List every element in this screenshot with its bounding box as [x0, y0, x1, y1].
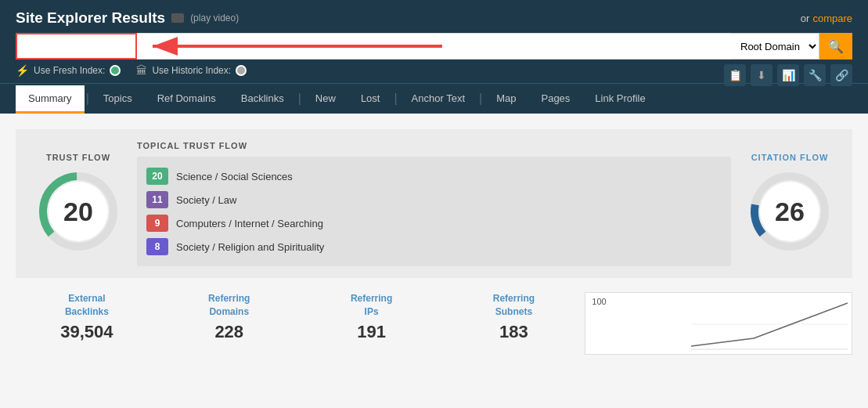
citation-flow-label: CITATION FLOW [743, 153, 837, 162]
tab-summary[interactable]: Summary [16, 85, 85, 114]
topic-badge-2: 11 [146, 191, 168, 208]
topical-trust-flow-section: TOPICAL TRUST FLOW 20 Science / Social S… [137, 141, 731, 266]
list-item: 11 Society / Law [146, 188, 722, 211]
stat-value-domains: 228 [166, 322, 293, 342]
topic-badge-4: 8 [146, 238, 168, 255]
page-title: Site Explorer Results [16, 9, 165, 27]
trust-flow-gauge: 20 [35, 168, 121, 255]
tab-link-profile[interactable]: Link Profile [582, 85, 657, 114]
search-icon: 🔍 [828, 39, 844, 54]
tab-anchor-text[interactable]: Anchor Text [399, 85, 477, 114]
fresh-index-icon: ⚡ [16, 64, 29, 77]
tab-pages[interactable]: Pages [528, 85, 582, 114]
trust-flow-section: TRUST FLOW 20 [31, 153, 125, 255]
citation-flow-gauge: 26 [747, 168, 833, 255]
stat-external-backlinks: ExternalBacklinks 39,504 [16, 292, 158, 342]
nav-bar: Summary | Topics Ref Domains Backlinks |… [0, 83, 868, 114]
topical-list: 20 Science / Social Sciences 11 Society … [137, 157, 731, 266]
topic-label-1: Science / Social Sciences [176, 171, 293, 182]
tool-clipboard-button[interactable]: 📋 [724, 64, 746, 86]
nav-sep-4: | [477, 84, 484, 114]
main-content: TRUST FLOW 20 TOPICAL TRUST FLOW 20 [0, 114, 868, 370]
stat-referring-subnets: ReferringSubnets 183 [442, 292, 585, 342]
nav-sep-2: | [297, 84, 303, 114]
stat-referring-domains: ReferringDomains 228 [158, 292, 301, 342]
tab-new[interactable]: New [303, 85, 348, 114]
stat-value-external: 39,504 [23, 322, 150, 342]
compare-link[interactable]: compare [812, 13, 852, 24]
search-button[interactable]: 🔍 [819, 33, 852, 60]
stats-row: ExternalBacklinks 39,504 ReferringDomain… [16, 292, 852, 355]
red-arrow-annotation [137, 33, 731, 60]
topic-label-4: Society / Religion and Spirituality [176, 241, 324, 253]
topic-label-2: Society / Law [176, 194, 236, 206]
stat-label-domains: ReferringDomains [166, 292, 293, 319]
mini-chart: 100 [585, 292, 852, 355]
nav-sep-3: | [392, 84, 398, 114]
stat-value-ips: 191 [308, 322, 435, 342]
stat-referring-ips: ReferringIPs 191 [301, 292, 443, 342]
domain-type-select[interactable]: Root Domain Subdomain Exact URL [731, 33, 819, 60]
tab-topics[interactable]: Topics [91, 85, 145, 114]
tab-lost[interactable]: Lost [348, 85, 393, 114]
citation-flow-section: CITATION FLOW 26 [743, 153, 837, 255]
tab-backlinks[interactable]: Backlinks [229, 85, 297, 114]
tool-share-button[interactable]: 🔗 [830, 64, 852, 86]
nav-sep-1: | [85, 84, 91, 114]
topical-trust-flow-label: TOPICAL TRUST FLOW [137, 141, 731, 150]
stat-label-external: ExternalBacklinks [23, 292, 150, 319]
stat-value-subnets: 183 [450, 322, 577, 342]
metrics-panel: TRUST FLOW 20 TOPICAL TRUST FLOW 20 [16, 129, 852, 278]
citation-flow-value: 26 [775, 197, 805, 227]
topic-badge-1: 20 [146, 168, 168, 185]
topic-label-3: Computers / Internet / Searching [176, 218, 323, 229]
list-item: 9 Computers / Internet / Searching [146, 211, 722, 235]
search-url-input[interactable] [16, 33, 137, 60]
list-item: 8 Society / Religion and Spirituality [146, 235, 722, 258]
red-arrow-icon [145, 35, 442, 57]
tab-ref-domains[interactable]: Ref Domains [145, 85, 229, 114]
tab-map[interactable]: Map [484, 85, 528, 114]
trust-flow-value: 20 [63, 197, 93, 227]
fresh-index-label: Use Fresh Index: [34, 65, 105, 76]
play-video-link[interactable]: (play video) [190, 13, 239, 23]
historic-index-radio[interactable] [236, 65, 247, 76]
or-text: or [801, 13, 810, 24]
historic-index-icon: 🏛 [136, 64, 147, 77]
stat-label-subnets: ReferringSubnets [450, 292, 577, 319]
historic-index-label: Use Historic Index: [152, 65, 231, 76]
mini-chart-value: 100 [592, 297, 606, 306]
tool-download-button[interactable]: ⬇ [751, 64, 773, 86]
topic-badge-3: 9 [146, 215, 168, 232]
tool-settings-button[interactable]: 🔧 [804, 64, 826, 86]
mini-chart-svg [691, 299, 848, 350]
tool-chart-button[interactable]: 📊 [777, 64, 799, 86]
fresh-index-radio[interactable] [110, 65, 121, 76]
play-icon [171, 13, 184, 23]
list-item: 20 Science / Social Sciences [146, 164, 722, 188]
trust-flow-label: TRUST FLOW [31, 153, 125, 162]
stat-label-ips: ReferringIPs [308, 292, 435, 319]
